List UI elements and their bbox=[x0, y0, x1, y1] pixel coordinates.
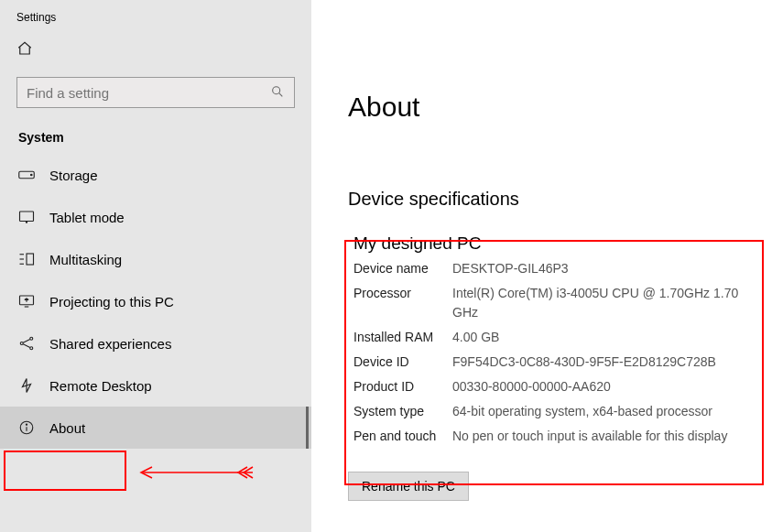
spec-row-product-id: Product ID 00330-80000-00000-AA620 bbox=[353, 377, 762, 396]
storage-icon bbox=[18, 167, 35, 183]
sidebar-item-shared[interactable]: Shared experiences bbox=[0, 322, 311, 364]
projecting-icon bbox=[18, 293, 35, 309]
spec-row-processor: Processor Intel(R) Core(TM) i3-4005U CPU… bbox=[353, 284, 762, 322]
svg-point-7 bbox=[31, 174, 33, 176]
svg-point-17 bbox=[30, 337, 33, 340]
sidebar-item-label: Remote Desktop bbox=[49, 378, 152, 394]
home-icon[interactable] bbox=[16, 40, 311, 57]
search-icon bbox=[270, 84, 285, 102]
spec-value: No pen or touch input is available for t… bbox=[452, 427, 762, 446]
sidebar-item-storage[interactable]: Storage bbox=[0, 154, 311, 196]
spec-label: Device ID bbox=[353, 353, 452, 372]
section-title: Device specifications bbox=[348, 189, 772, 210]
sidebar-item-projecting[interactable]: Projecting to this PC bbox=[0, 280, 311, 322]
tablet-icon bbox=[18, 209, 35, 225]
svg-line-20 bbox=[23, 344, 30, 348]
spec-value: Intel(R) Core(TM) i3-4005U CPU @ 1.70GHz… bbox=[452, 284, 762, 322]
search-field[interactable] bbox=[27, 85, 270, 101]
sidebar-item-label: Shared experiences bbox=[49, 336, 171, 352]
app-title: Settings bbox=[0, 9, 311, 24]
sidebar-item-remote[interactable]: Remote Desktop bbox=[0, 364, 311, 407]
spec-row-device-id: Device ID F9F54DC3-0C88-430D-9F5F-E2D812… bbox=[353, 353, 762, 372]
spec-value: 4.00 GB bbox=[452, 328, 762, 347]
sidebar-item-label: Storage bbox=[49, 168, 98, 183]
spec-label: Processor bbox=[353, 284, 452, 322]
sidebar-item-label: Multitasking bbox=[49, 252, 122, 267]
sidebar-category: System bbox=[0, 108, 311, 150]
svg-point-16 bbox=[20, 342, 23, 345]
nav-list: Storage Tablet mode Multitasking Project… bbox=[0, 154, 311, 449]
svg-rect-13 bbox=[27, 254, 34, 265]
main-content: About Device specifications My designed … bbox=[311, 0, 772, 532]
sidebar-item-label: Tablet mode bbox=[49, 210, 125, 225]
device-specs-box: My designed PC Device name DESKTOP-GIL46… bbox=[348, 226, 771, 461]
shared-icon bbox=[18, 335, 35, 352]
svg-line-19 bbox=[23, 340, 30, 343]
spec-row-pen-touch: Pen and touch No pen or touch input is a… bbox=[353, 427, 762, 446]
pc-friendly-name: My designed PC bbox=[353, 233, 762, 254]
spec-value: 00330-80000-00000-AA620 bbox=[452, 377, 762, 396]
spec-value: DESKTOP-GIL46P3 bbox=[452, 259, 762, 278]
svg-line-5 bbox=[279, 92, 283, 96]
spec-label: Product ID bbox=[353, 377, 452, 396]
multitasking-icon bbox=[18, 251, 35, 267]
spec-label: Pen and touch bbox=[353, 427, 452, 446]
spec-row-system-type: System type 64-bit operating system, x64… bbox=[353, 402, 762, 421]
svg-point-4 bbox=[273, 86, 280, 93]
spec-label: Device name bbox=[353, 259, 452, 278]
spec-value: F9F54DC3-0C88-430D-9F5F-E2D8129C728B bbox=[452, 353, 762, 372]
spec-value: 64-bit operating system, x64-based proce… bbox=[452, 402, 762, 421]
sidebar-item-label: About bbox=[49, 420, 85, 436]
svg-point-23 bbox=[26, 424, 27, 425]
spec-row-ram: Installed RAM 4.00 GB bbox=[353, 328, 762, 347]
page-title: About bbox=[348, 92, 772, 123]
svg-rect-8 bbox=[20, 212, 34, 222]
rename-pc-button[interactable]: Rename this PC bbox=[348, 472, 469, 501]
svg-point-18 bbox=[30, 347, 33, 350]
sidebar: Settings System Storage Tablet mode bbox=[0, 0, 311, 532]
spec-row-device-name: Device name DESKTOP-GIL46P3 bbox=[353, 259, 762, 278]
sidebar-item-multitasking[interactable]: Multitasking bbox=[0, 238, 311, 280]
sidebar-item-label: Projecting to this PC bbox=[49, 294, 174, 309]
sidebar-item-tablet[interactable]: Tablet mode bbox=[0, 196, 311, 238]
svg-point-9 bbox=[26, 222, 27, 223]
spec-label: Installed RAM bbox=[353, 328, 452, 347]
info-icon bbox=[18, 419, 35, 436]
spec-label: System type bbox=[353, 402, 452, 421]
sidebar-item-about[interactable]: About bbox=[0, 407, 311, 449]
remote-icon bbox=[18, 377, 35, 394]
search-input[interactable] bbox=[16, 77, 295, 108]
